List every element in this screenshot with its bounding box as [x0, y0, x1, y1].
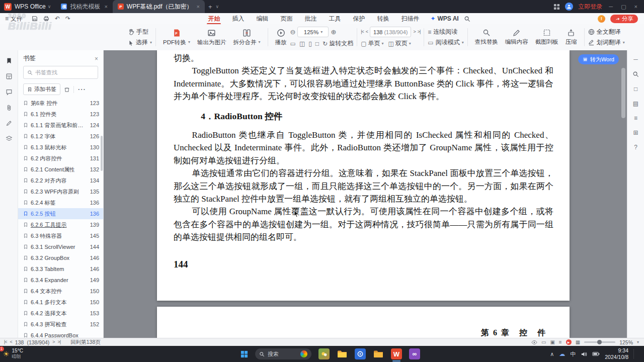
ime-indicator[interactable]: 中 — [570, 351, 576, 357]
bookmark-item[interactable]: 6.3.4 Expander149 — [18, 275, 103, 286]
prev-page-button[interactable]: < — [366, 30, 368, 34]
last-page-button[interactable]: >| — [58, 340, 61, 344]
folder-shortcut-icon[interactable] — [373, 348, 384, 359]
attachments-panel-icon[interactable] — [6, 104, 13, 111]
find-replace-button[interactable]: 查找替换 — [471, 29, 502, 46]
last-page-button[interactable]: >| — [418, 30, 421, 34]
status-zoom-value[interactable]: 125% — [619, 339, 633, 345]
tray-expand-icon[interactable]: ∧ — [550, 351, 554, 357]
add-bookmark-button[interactable]: 添加书签 — [23, 83, 60, 95]
bookmark-item[interactable]: 6.2.2 对齐内容134 — [18, 175, 103, 186]
search-icon[interactable] — [464, 16, 470, 22]
zoom-out-icon[interactable]: ⊖ — [290, 29, 296, 35]
clock[interactable]: 9:34 2024/10/8 — [605, 347, 628, 360]
start-button[interactable] — [240, 350, 248, 358]
undo-icon[interactable]: ↶ — [55, 16, 60, 22]
print-icon[interactable] — [43, 16, 49, 22]
avatar-icon[interactable] — [565, 3, 573, 11]
zoom-slider-thumb[interactable] — [597, 340, 602, 344]
help-icon[interactable]: ? — [634, 144, 637, 150]
bookmark-item[interactable]: 6.3.3 TabItem146 — [18, 263, 103, 275]
collapse-panel-icon[interactable]: ─ — [633, 56, 638, 62]
back-to-page-link[interactable]: 回到第138页 — [70, 339, 101, 346]
taskbar-app-blue-icon[interactable] — [355, 348, 366, 359]
grid-view-icon[interactable]: ⊞ — [633, 130, 638, 136]
export-image-button[interactable]: 输出为图片 — [194, 29, 230, 46]
edit-content-button[interactable]: 编辑内容 — [502, 29, 532, 46]
search-highlights-icon[interactable] — [300, 350, 307, 357]
onedrive-cloud-icon[interactable]: ☁ — [559, 351, 565, 357]
read-mode-button[interactable]: ▭ 阅读模式 ▾ — [428, 38, 463, 47]
bookmark-item[interactable]: 6.1.2 字体126 — [18, 131, 103, 142]
tab-template-doc[interactable]: 模 找稿壳模板 × — [56, 0, 112, 13]
select-tool-button[interactable]: 选择 ▾ — [128, 38, 152, 47]
zoom-in-icon[interactable]: ⊕ — [331, 29, 336, 35]
volume-icon[interactable] — [581, 351, 587, 357]
bookmark-item[interactable]: 第6章 控件123 — [18, 98, 103, 109]
chevron-down-icon[interactable]: ∨ — [48, 5, 51, 9]
bookmark-item[interactable]: 6.4.3 拼写检查152 — [18, 319, 103, 330]
bookmark-item[interactable]: 6.2.4 标签136 — [18, 197, 103, 208]
menu-tab-1[interactable]: 插入 — [226, 14, 250, 24]
bookmark-item[interactable]: 6.1 控件类123 — [18, 109, 103, 120]
close-window-button[interactable]: × — [633, 4, 639, 10]
compress-button[interactable]: 压缩 — [562, 29, 581, 46]
login-button[interactable]: 立即登录 — [578, 3, 602, 11]
share-button[interactable]: 分享 — [610, 15, 638, 23]
document-scrollbar[interactable] — [621, 68, 625, 118]
prev-page-button[interactable]: < — [10, 340, 12, 344]
first-page-button[interactable]: |< — [4, 340, 7, 344]
fit-width-icon[interactable]: ▭ — [290, 41, 296, 47]
bookmark-item[interactable]: 6.3.2 GroupBox146 — [18, 252, 103, 263]
bookmark-item[interactable]: 6.4.4 PasswordBox — [18, 330, 103, 338]
thumbnail-view-icon[interactable]: □ — [634, 86, 637, 92]
apps-grid-icon[interactable] — [553, 4, 560, 10]
save-icon[interactable] — [32, 16, 38, 22]
continuous-view-icon[interactable]: ≡ — [559, 340, 562, 345]
play-button[interactable]: 播放 — [272, 29, 290, 46]
caret-down-icon[interactable]: ▾ — [637, 340, 639, 344]
fit-page-icon[interactable]: ◫ — [299, 41, 305, 47]
bookmark-item[interactable]: 6.2.6 工具提示139 — [18, 219, 103, 230]
annotate-panel-icon[interactable] — [6, 120, 13, 127]
play-mode-icon[interactable]: ▶ — [566, 339, 572, 345]
layers-panel-icon[interactable] — [6, 135, 13, 142]
delete-bookmark-icon[interactable] — [64, 86, 70, 93]
close-tab-icon[interactable]: × — [104, 4, 107, 10]
menu-tab-8[interactable]: 扫描件 — [395, 14, 425, 24]
file-menu-button[interactable]: ≡ 文件 — [0, 15, 28, 23]
page-number-input[interactable]: 138 (138/904) — [370, 27, 411, 37]
show-desktop-button[interactable] — [639, 346, 641, 362]
comments-panel-icon[interactable] — [6, 88, 13, 96]
battery-icon[interactable] — [592, 351, 600, 356]
bookmark-item[interactable]: 6.4.1 多行文本150 — [18, 297, 103, 308]
close-sidebar-icon[interactable]: × — [95, 56, 98, 62]
menu-tab-7[interactable]: 转换 — [371, 14, 395, 24]
zoom-level-select[interactable]: 125% ▾ — [297, 27, 329, 37]
single-page-button[interactable]: ▢ 单页 ▾ — [361, 39, 383, 48]
menu-tab-3[interactable]: 页面 — [274, 14, 298, 24]
redo-icon[interactable]: ↷ — [65, 16, 70, 22]
new-tab-button[interactable]: + — [205, 4, 216, 10]
bookmark-item[interactable]: 6.4 文本控件150 — [18, 286, 103, 297]
taskbar-app-1-icon[interactable] — [318, 348, 330, 359]
bookmark-item[interactable]: 6.2.1 Content属性132 — [18, 164, 103, 175]
app-name[interactable]: WPS Office — [15, 3, 46, 10]
document-viewport[interactable]: 切换。ToggleButton 类还定义了当复选框进入特定状态时会触发的三个事件… — [104, 50, 627, 338]
bookmark-item[interactable]: 6.4.2 选择文本153 — [18, 308, 103, 319]
member-icon[interactable]: ! — [598, 15, 605, 23]
hand-tool-button[interactable]: 手型 — [128, 28, 152, 36]
fit-width-icon[interactable]: ▭ — [541, 340, 546, 345]
visual-studio-icon[interactable]: ∞ — [409, 348, 420, 359]
next-page-button[interactable]: > — [413, 30, 415, 34]
sidebar-scrollbar[interactable] — [101, 136, 103, 171]
next-page-button[interactable]: > — [52, 340, 54, 344]
full-translate-button[interactable]: 全文翻译 — [588, 28, 625, 36]
preview-eye-icon[interactable] — [531, 340, 537, 345]
taskbar-search-input[interactable]: 搜索 — [255, 348, 311, 359]
grid-view-icon[interactable]: ▦ — [576, 340, 580, 345]
maximize-button[interactable]: ▢ — [619, 4, 627, 10]
weather-widget[interactable]: 1 ☀ 15°C 晴朗 — [0, 348, 23, 360]
bookmark-item[interactable]: 6.1.3 鼠标光标130 — [18, 142, 103, 153]
first-page-button[interactable]: |< — [361, 30, 364, 34]
